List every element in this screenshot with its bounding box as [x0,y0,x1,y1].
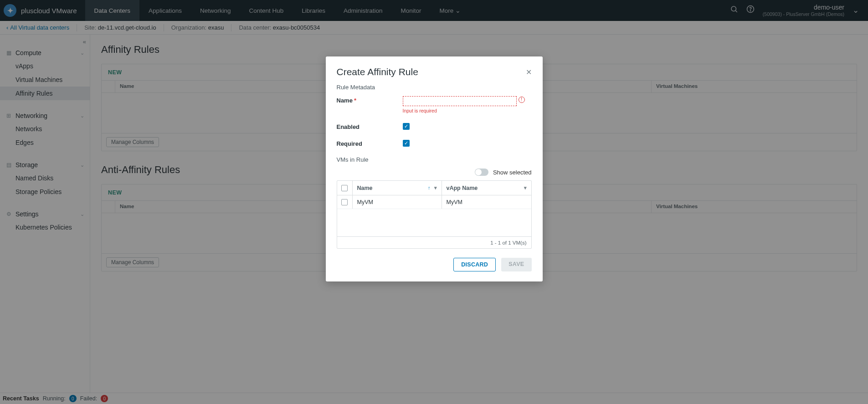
error-icon: ! [519,97,525,103]
enabled-checkbox[interactable]: ✓ [403,123,410,130]
required-checkbox[interactable]: ✓ [403,140,410,147]
vms-col-vapp[interactable]: vApp Name ▾ [442,181,531,195]
vms-row-name: MyVM [353,195,442,209]
name-input[interactable] [403,96,517,106]
vms-col-name[interactable]: Name ↑ ▾ [353,181,442,195]
show-selected-label: Show selected [493,169,532,176]
rule-metadata-heading: Rule Metadata [337,84,532,91]
sort-asc-icon[interactable]: ↑ [428,185,431,191]
close-icon[interactable]: ✕ [526,68,532,77]
required-label: Required [337,139,403,147]
row-checkbox[interactable] [341,199,348,205]
enabled-label: Enabled [337,123,403,130]
vms-in-rule-heading: VMs in Rule [337,156,532,163]
show-selected-toggle[interactable] [475,169,488,176]
name-error-text: Input is required [403,108,532,113]
dialog-title: Create Affinity Rule [337,66,418,77]
create-affinity-dialog: Create Affinity Rule ✕ Rule Metadata Nam… [326,56,543,281]
select-all-checkbox[interactable] [341,185,348,191]
discard-button[interactable]: DISCARD [453,258,496,271]
vms-row-vapp: MyVM [442,195,531,209]
vms-grid-footer: 1 - 1 of 1 VM(s) [337,236,531,248]
vms-grid: Name ↑ ▾ vApp Name ▾ MyVM MyVM [337,180,532,249]
modal-overlay: Create Affinity Rule ✕ Rule Metadata Nam… [0,0,868,404]
filter-icon[interactable]: ▾ [434,185,437,191]
name-label: Name* [337,96,403,104]
save-button: SAVE [501,258,531,271]
vms-row[interactable]: MyVM MyVM [337,195,531,209]
filter-icon[interactable]: ▾ [524,185,527,190]
